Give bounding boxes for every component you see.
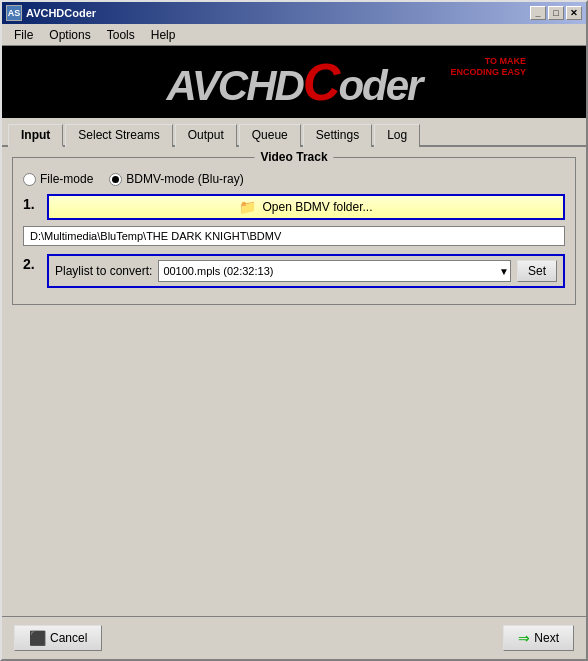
radio-file-label: File-mode: [40, 172, 93, 186]
tab-queue[interactable]: Queue: [239, 124, 301, 147]
radio-circle-bdmv: [109, 173, 122, 186]
menu-file[interactable]: File: [6, 26, 41, 44]
tab-settings[interactable]: Settings: [303, 124, 372, 147]
tab-input[interactable]: Input: [8, 124, 63, 147]
cancel-label: Cancel: [50, 631, 87, 645]
open-bdmv-button[interactable]: 📁 Open BDMV folder...: [47, 194, 565, 220]
open-folder-label: Open BDMV folder...: [262, 200, 372, 214]
cancel-button[interactable]: ⬛ Cancel: [14, 625, 102, 651]
folder-icon: 📁: [239, 199, 256, 215]
tab-bar: Input Select Streams Output Queue Settin…: [2, 118, 586, 147]
playlist-select[interactable]: 00100.mpls (02:32:13): [158, 260, 511, 282]
title-bar-buttons: _ □ ✕: [530, 6, 582, 20]
step2-section: 2. Playlist to convert: 00100.mpls (02:3…: [23, 254, 565, 288]
menu-options[interactable]: Options: [41, 26, 98, 44]
logo-tagline: TO MAKE ENCODING EASY: [450, 56, 526, 78]
step1-section: 1. 📁 Open BDMV folder...: [23, 194, 565, 220]
logo-avchd: AVCHD: [167, 62, 303, 109]
tab-select-streams[interactable]: Select Streams: [65, 124, 172, 147]
app-icon: AS: [6, 5, 22, 21]
video-track-title: Video Track: [254, 150, 333, 164]
video-track-group: Video Track File-mode BDMV-mode (Blu-ray…: [12, 157, 576, 305]
radio-bdmv-mode[interactable]: BDMV-mode (Blu-ray): [109, 172, 243, 186]
logo-oder: oder: [338, 62, 421, 109]
step2-number: 2.: [23, 256, 41, 272]
set-button[interactable]: Set: [517, 260, 557, 282]
playlist-label: Playlist to convert:: [55, 264, 152, 278]
close-button[interactable]: ✕: [566, 6, 582, 20]
title-bar: AS AVCHDCoder _ □ ✕: [2, 2, 586, 24]
menu-help[interactable]: Help: [143, 26, 184, 44]
window-title: AVCHDCoder: [26, 7, 96, 19]
title-bar-left: AS AVCHDCoder: [6, 5, 96, 21]
menu-tools[interactable]: Tools: [99, 26, 143, 44]
step1-number: 1.: [23, 196, 41, 212]
main-window: AS AVCHDCoder _ □ ✕ File Options Tools H…: [0, 0, 588, 661]
empty-space: [12, 315, 576, 606]
main-content: Video Track File-mode BDMV-mode (Blu-ray…: [2, 147, 586, 616]
logo-c: C: [303, 53, 339, 111]
tab-log[interactable]: Log: [374, 124, 420, 147]
minimize-button[interactable]: _: [530, 6, 546, 20]
logo-area: TO MAKE ENCODING EASY AVCHDCoder: [2, 46, 586, 118]
next-button[interactable]: ⇒ Next: [503, 625, 574, 651]
step2-content: Playlist to convert: 00100.mpls (02:32:1…: [47, 254, 565, 288]
step1-content: 📁 Open BDMV folder...: [47, 194, 565, 220]
maximize-button[interactable]: □: [548, 6, 564, 20]
next-icon: ⇒: [518, 630, 530, 646]
radio-row: File-mode BDMV-mode (Blu-ray): [23, 172, 565, 186]
path-text: D:\Multimedia\BluTemp\THE DARK KNIGHT\BD…: [30, 230, 281, 242]
tab-output[interactable]: Output: [175, 124, 237, 147]
radio-circle-file: [23, 173, 36, 186]
path-display: D:\Multimedia\BluTemp\THE DARK KNIGHT\BD…: [23, 226, 565, 246]
radio-bdmv-label: BDMV-mode (Blu-ray): [126, 172, 243, 186]
bottom-bar: ⬛ Cancel ⇒ Next: [2, 616, 586, 659]
playlist-row: Playlist to convert: 00100.mpls (02:32:1…: [47, 254, 565, 288]
playlist-select-wrapper: 00100.mpls (02:32:13) ▼: [158, 260, 511, 282]
logo: AVCHDCoder: [167, 52, 422, 112]
menu-bar: File Options Tools Help: [2, 24, 586, 46]
next-label: Next: [534, 631, 559, 645]
radio-file-mode[interactable]: File-mode: [23, 172, 93, 186]
cancel-icon: ⬛: [29, 630, 46, 646]
